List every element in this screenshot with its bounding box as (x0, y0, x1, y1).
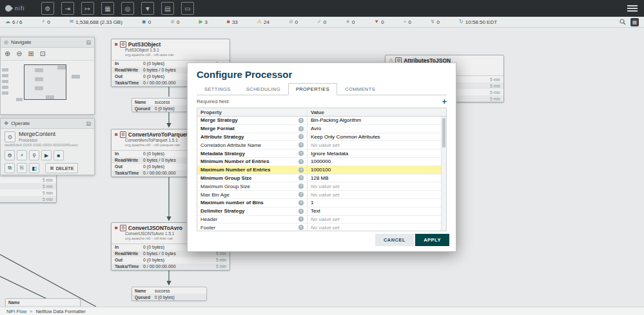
status-item: ↯ 0 (431, 19, 440, 25)
property-value[interactable]: Ignore Metadata (311, 151, 348, 157)
required-field-label: Required field (197, 99, 228, 104)
status-count: 1,538,688 (2.33 GB) (75, 19, 122, 25)
status-count: 0 (324, 19, 326, 25)
info-icon[interactable] (298, 167, 304, 173)
output-port-icon[interactable]: ↦ (81, 2, 94, 15)
property-row[interactable]: Max Bin Age No value set (197, 191, 446, 199)
property-value[interactable]: No value set (311, 184, 339, 189)
status-count: 0 (381, 19, 384, 25)
property-row[interactable]: Correlation Attribute Name No value set (197, 141, 446, 149)
property-row[interactable]: Header No value set (197, 216, 446, 224)
invalid-icon: ⚠ (257, 19, 262, 24)
info-icon[interactable] (298, 200, 304, 205)
property-value[interactable]: Avro (311, 126, 321, 131)
property-value[interactable]: 1000000 (311, 158, 331, 164)
property-value[interactable]: Bin-Packing Algorithm (311, 117, 361, 123)
funnel-icon[interactable]: ▼ (141, 2, 154, 15)
property-value[interactable]: Text (311, 208, 320, 214)
dialog-title: Configure Processor (188, 63, 456, 83)
property-row[interactable]: Merge Strategy Bin-Packing Algorithm (197, 117, 446, 125)
status-item: ↻ 10:58:50 EDT (459, 19, 497, 25)
scrollbar-thumb[interactable] (442, 118, 445, 148)
tab-comments[interactable]: COMMENTS (337, 83, 383, 95)
info-icon[interactable] (298, 142, 304, 148)
menu-icon[interactable] (626, 4, 639, 13)
tab-settings[interactable]: SETTINGS (197, 83, 239, 95)
remote-process-group-icon[interactable]: ◎ (121, 2, 134, 15)
status-count: 3 (205, 19, 208, 25)
tab-scheduling[interactable]: SCHEDULING (239, 83, 288, 95)
property-row[interactable]: Minimum Group Size 128 MB (197, 175, 446, 183)
property-column-header: Property (197, 110, 307, 115)
grid-icon[interactable]: ▦ (630, 18, 639, 26)
nifi-app: ■ 5 min (0, 0, 644, 315)
tab-properties[interactable]: PROPERTIES (288, 83, 337, 95)
info-icon[interactable] (298, 175, 304, 180)
scrollbar[interactable] (441, 117, 446, 231)
status-item: ✓ 0 (317, 19, 326, 25)
property-row[interactable]: Merge Format Avro (197, 125, 446, 133)
status-count: 10:58:50 EDT (465, 19, 497, 25)
breadcrumb: NiFi Flow » Netflow Data Formatter (0, 307, 644, 315)
status-item: ▶ 3 (199, 19, 208, 25)
property-row[interactable]: Minimum Number of Entries 1000000 (197, 158, 446, 166)
template-icon[interactable]: ▤ (161, 2, 174, 15)
info-icon[interactable] (298, 151, 304, 156)
process-group-icon[interactable]: ▦ (101, 2, 114, 15)
component-toolbar: ⚙⇥↦▦◎▼▤▭ (41, 2, 194, 15)
property-value[interactable]: Keep Only Common Attributes (311, 134, 380, 140)
property-value[interactable]: 1 (311, 200, 313, 205)
info-icon[interactable] (298, 216, 304, 222)
status-count: 0 (352, 19, 355, 25)
property-row[interactable]: Maximum Group Size No value set (197, 182, 446, 191)
breadcrumb-current: Netflow Data Formatter (35, 309, 86, 314)
cluster-icon: ☁ (5, 19, 10, 24)
property-value[interactable]: 1000100 (311, 167, 331, 173)
property-value[interactable]: 128 MB (311, 175, 329, 181)
property-name: Maximum Number of Entries (200, 167, 270, 173)
input-port-icon[interactable]: ⇥ (61, 2, 74, 15)
info-icon[interactable] (298, 126, 304, 131)
status-item: ⊘ 0 (289, 19, 298, 25)
info-icon[interactable] (298, 159, 304, 164)
property-name: Delimiter Strategy (200, 208, 244, 214)
property-value[interactable]: No value set (311, 192, 339, 198)
property-value[interactable]: No value set (311, 225, 339, 231)
label-icon[interactable]: ▭ (181, 2, 194, 15)
value-column-header: Value (307, 110, 446, 115)
queued-icon: ✉ (70, 19, 74, 24)
breadcrumb-root[interactable]: NiFi Flow (6, 309, 26, 314)
info-icon[interactable] (298, 118, 304, 123)
cancel-button[interactable]: CANCEL (375, 234, 414, 246)
property-row[interactable]: Maximum Number of Entries 1000100 (197, 166, 446, 175)
property-name: Maximum number of Bins (200, 200, 264, 205)
up-to-date-icon: ✓ (317, 19, 322, 24)
status-count: 33 (232, 19, 238, 25)
refresh-icon: ↻ (459, 19, 463, 24)
dialog-tabs: SETTINGSSCHEDULINGPROPERTIESCOMMENTS (197, 83, 447, 95)
property-row[interactable]: Metadata Strategy Ignore Metadata (197, 149, 446, 158)
nifi-drop-icon (4, 4, 13, 13)
property-value[interactable]: No value set (311, 142, 339, 148)
info-icon[interactable] (298, 225, 304, 230)
status-item: ■ 33 (227, 19, 238, 25)
status-item: ∗ 0 (346, 19, 355, 25)
property-row[interactable]: Attribute Strategy Keep Only Common Attr… (197, 133, 446, 142)
info-icon[interactable] (298, 184, 304, 189)
info-icon[interactable] (298, 192, 304, 197)
add-property-button[interactable]: + (442, 97, 447, 106)
property-row[interactable]: Footer No value set (197, 224, 446, 231)
property-value[interactable]: No value set (311, 216, 339, 222)
info-icon[interactable] (298, 134, 304, 139)
info-icon[interactable] (298, 209, 304, 214)
apply-button[interactable]: APPLY (415, 234, 449, 246)
property-name: Correlation Attribute Name (200, 142, 261, 148)
status-count: 0 (177, 19, 179, 25)
active-threads-icon: ⚡ (42, 19, 46, 24)
processor-icon[interactable]: ⚙ (41, 2, 54, 15)
search-icon[interactable] (620, 19, 626, 25)
property-row[interactable]: Delimiter Strategy Text (197, 207, 446, 216)
property-row[interactable]: Maximum number of Bins 1 (197, 199, 446, 207)
configure-processor-dialog: Configure Processor SETTINGSSCHEDULINGPR… (187, 62, 456, 252)
status-item: ⚡ 0 (42, 19, 50, 25)
